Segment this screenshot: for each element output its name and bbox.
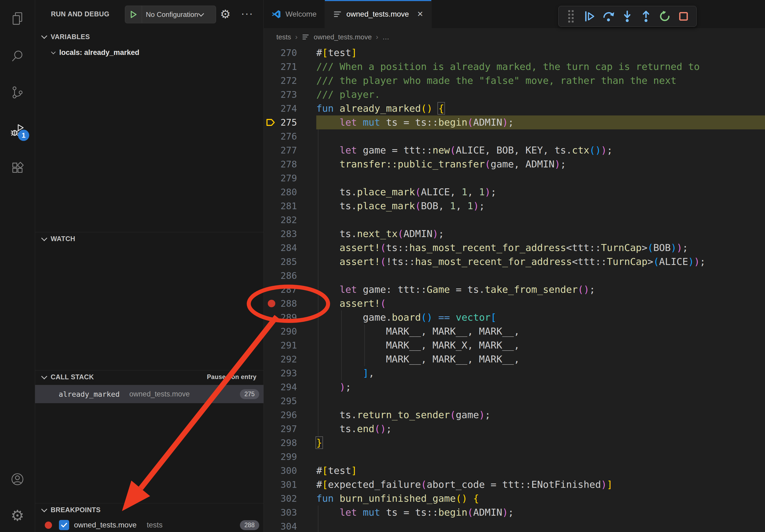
call-stack-section-header[interactable]: CALL STACK Paused on entry	[35, 370, 264, 384]
line-number[interactable]: 281	[264, 199, 304, 213]
breakpoint-list-item[interactable]: owned_tests.move tests 288	[35, 518, 264, 532]
code-line-text[interactable]: transfer::public_transfer(game, ADMIN);	[316, 157, 566, 171]
code-line-text[interactable]: ts.next_tx(ADMIN);	[316, 227, 444, 241]
line-number[interactable]: 304	[264, 519, 304, 532]
line-number[interactable]: 294	[264, 380, 304, 394]
code-line-text[interactable]: }	[316, 436, 322, 450]
code-line-text[interactable]: MARK__, MARK__, MARK__,	[316, 352, 520, 366]
breakpoints-section-header[interactable]: BREAKPOINTS	[35, 503, 264, 516]
line-number[interactable]: 287	[264, 283, 304, 297]
breadcrumb-file[interactable]: owned_tests.move	[314, 33, 372, 41]
code-line-text[interactable]: fun already_marked() {	[316, 102, 444, 116]
breadcrumb-more[interactable]: …	[382, 33, 389, 41]
code-line-text[interactable]: #[expected_failure(abort_code = ttt::ENo…	[316, 478, 612, 492]
continue-button[interactable]	[581, 8, 598, 25]
line-number[interactable]: 295	[264, 394, 304, 408]
line-number[interactable]: 273	[264, 88, 304, 102]
stop-button[interactable]	[675, 8, 692, 25]
debug-settings-gear-icon[interactable]: ⚙	[220, 0, 231, 28]
run-and-debug-icon[interactable]: 1	[8, 121, 27, 140]
step-out-button[interactable]	[637, 8, 655, 25]
line-number[interactable]: 292	[264, 352, 304, 366]
line-number[interactable]: 303	[264, 505, 304, 519]
watch-section-header[interactable]: WATCH	[35, 232, 264, 245]
code-line-text[interactable]: assert!(ts::has_most_recent_for_address<…	[316, 241, 688, 255]
source-control-icon[interactable]	[8, 83, 27, 102]
code-line-text[interactable]: MARK__, MARK__, MARK__,	[316, 324, 520, 338]
breadcrumb-folder[interactable]: tests	[276, 33, 291, 41]
launch-configuration-dropdown[interactable]: No Configurations	[125, 6, 216, 23]
breakpoint-dot-icon[interactable]	[268, 300, 275, 307]
line-number[interactable]: 302	[264, 492, 304, 505]
more-actions-icon[interactable]: ···	[241, 0, 253, 27]
code-line: 299	[264, 450, 765, 464]
line-number[interactable]: 285	[264, 255, 304, 269]
code-line-text[interactable]: fun burn_unfinished_game() {	[316, 492, 479, 505]
line-number[interactable]: 276	[264, 130, 304, 143]
tab-owned-tests-move[interactable]: owned_tests.move ✕	[325, 0, 431, 28]
variables-scope-locals[interactable]: locals: already_marked	[35, 45, 264, 60]
extensions-icon[interactable]	[8, 158, 27, 177]
code-line-text[interactable]: /// player.	[316, 88, 380, 102]
code-line-text[interactable]: let game = ttt::new(ALICE, BOB, KEY, ts.…	[316, 143, 612, 157]
code-line-text[interactable]: ts.place_mark(ALICE, 1, 1);	[316, 185, 496, 199]
line-number[interactable]: 282	[264, 213, 304, 227]
line-number[interactable]: 296	[264, 408, 304, 422]
line-number[interactable]: 291	[264, 338, 304, 352]
code-line-text[interactable]: MARK__, MARK_X, MARK__,	[316, 338, 520, 352]
search-icon[interactable]	[8, 46, 27, 66]
explorer-icon[interactable]	[8, 9, 27, 28]
chevron-down-icon	[41, 33, 47, 39]
code-line-text[interactable]: #[test]	[316, 46, 357, 60]
code-line-text[interactable]: #[test]	[316, 464, 357, 478]
line-number[interactable]: 274	[264, 102, 304, 116]
breakpoint-checkbox[interactable]	[59, 520, 69, 530]
code-line-text[interactable]: ts.place_mark(BOB, 1, 1);	[316, 199, 485, 213]
code-line-text[interactable]: ts.end();	[316, 422, 392, 436]
close-tab-icon[interactable]: ✕	[417, 10, 423, 19]
tab-welcome[interactable]: Welcome	[264, 0, 325, 28]
code-editor[interactable]: 270#[test]271/// When a position is alre…	[264, 46, 765, 532]
line-number[interactable]: 278	[264, 157, 304, 171]
line-number[interactable]: 277	[264, 143, 304, 157]
variables-section-header[interactable]: VARIABLES	[35, 30, 264, 43]
call-stack-frame-row[interactable]: already_marked owned_tests.move 275	[35, 385, 264, 403]
step-over-button[interactable]	[600, 8, 617, 25]
code-token: test	[328, 47, 351, 58]
code-line-text[interactable]: let mut ts = ts::begin(ADMIN);	[316, 116, 514, 130]
line-number[interactable]: 301	[264, 478, 304, 492]
line-number[interactable]: 270	[264, 46, 304, 60]
step-into-button[interactable]	[619, 8, 636, 25]
account-icon[interactable]	[8, 470, 27, 489]
line-number[interactable]: 284	[264, 241, 304, 255]
code-line-text[interactable]: assert!(!ts::has_most_recent_for_address…	[316, 255, 705, 269]
code-line-text[interactable]: ts.return_to_sender(game);	[316, 408, 490, 422]
code-line-text[interactable]: /// When a position is already marked, t…	[316, 60, 700, 74]
line-number[interactable]: 298	[264, 436, 304, 450]
drag-handle[interactable]	[562, 8, 579, 25]
settings-gear-icon[interactable]: ⚙	[8, 506, 27, 525]
line-number[interactable]: 279	[264, 171, 304, 185]
line-number[interactable]: 299	[264, 450, 304, 464]
line-number[interactable]: 272	[264, 74, 304, 88]
code-line-text[interactable]: let mut ts = ts::begin(ADMIN);	[316, 505, 514, 519]
line-number[interactable]: 293	[264, 366, 304, 380]
code-line-text[interactable]: ],	[316, 366, 375, 380]
code-line-text[interactable]: /// the player who made the "false" move…	[316, 74, 677, 88]
code-line-text[interactable]: );	[316, 380, 351, 394]
line-number[interactable]: 297	[264, 422, 304, 436]
line-number[interactable]: 271	[264, 60, 304, 74]
code-line-text[interactable]: assert!(	[316, 297, 386, 311]
restart-button[interactable]	[656, 8, 673, 25]
line-number[interactable]: 283	[264, 227, 304, 241]
line-number[interactable]: 280	[264, 185, 304, 199]
code-token: )	[502, 117, 508, 128]
line-number[interactable]: 289	[264, 311, 304, 324]
code-line-text[interactable]: let game: ttt::Game = ts.take_from_sende…	[316, 283, 595, 297]
code-line-text[interactable]: game.board() == vector[	[316, 311, 496, 324]
line-number[interactable]: 286	[264, 269, 304, 283]
line-number[interactable]: 290	[264, 324, 304, 338]
breadcrumb[interactable]: tests › owned_tests.move › …	[264, 28, 765, 46]
start-debugging-icon[interactable]	[125, 6, 142, 23]
line-number[interactable]: 300	[264, 464, 304, 478]
